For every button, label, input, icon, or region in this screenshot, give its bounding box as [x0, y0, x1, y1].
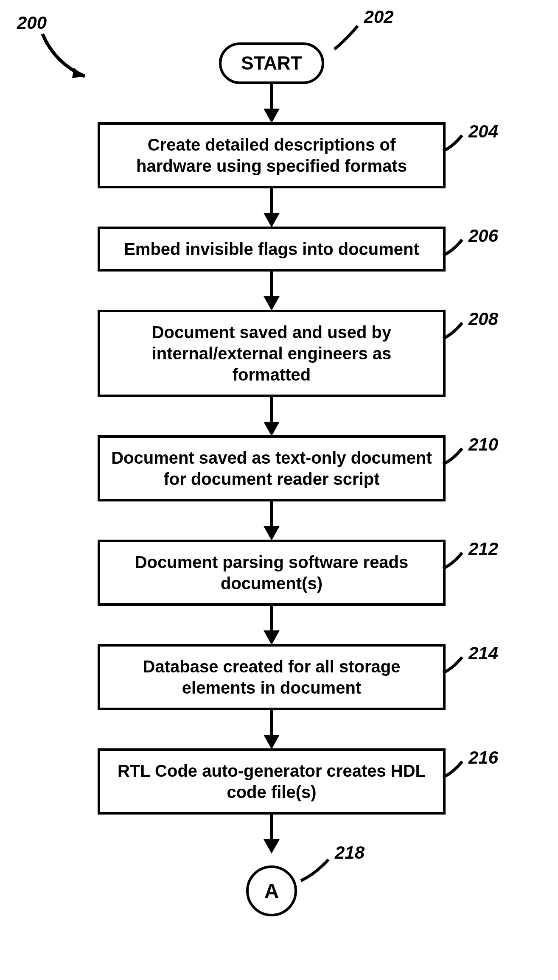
process-216-text: RTL Code auto-generator creates HDL code…: [118, 762, 426, 801]
ref-202: 202: [364, 7, 394, 27]
ref-216: 216: [468, 747, 498, 769]
process-216: RTL Code auto-generator creates HDL code…: [98, 748, 446, 815]
leader-214: [441, 655, 466, 676]
leader-204: [441, 133, 466, 154]
ref-204: 204: [468, 120, 498, 143]
ref-212: 212: [468, 538, 498, 560]
start-terminator: START 202: [219, 42, 324, 84]
process-208-text: Document saved and used by internal/exte…: [152, 323, 392, 384]
process-204: Create detailed descriptions of hardware…: [98, 122, 446, 188]
leader-202: [332, 24, 366, 53]
process-210: Document saved as text-only document for…: [98, 435, 446, 501]
process-214-text: Database created for all storage element…: [143, 657, 401, 697]
process-204-text: Create detailed descriptions of hardware…: [136, 135, 407, 175]
ref-206: 206: [468, 225, 498, 247]
process-212: Document parsing software reads document…: [98, 540, 446, 606]
process-206-text: Embed invisible flags into document: [124, 240, 419, 258]
process-214: Database created for all storage element…: [98, 644, 446, 710]
ref-214: 214: [468, 642, 498, 665]
flowchart-container: START 202 Create detailed descriptions o…: [76, 42, 467, 916]
leader-212: [441, 551, 466, 572]
start-label: START: [241, 53, 302, 73]
process-208: Document saved and used by internal/exte…: [98, 310, 446, 397]
connector-a: A 218: [246, 865, 297, 916]
leader-218: [299, 857, 333, 885]
ref-208: 208: [468, 308, 498, 330]
ref-218: 218: [335, 843, 365, 863]
ref-210: 210: [468, 434, 498, 456]
leader-206: [441, 238, 466, 259]
process-210-text: Document saved as text-only document for…: [111, 448, 432, 488]
leader-208: [441, 321, 466, 342]
process-212-text: Document parsing software reads document…: [135, 553, 409, 593]
connector-label: A: [264, 879, 279, 903]
leader-210: [441, 446, 466, 468]
leader-216: [441, 759, 466, 781]
figure-reference: 200: [17, 13, 47, 33]
process-206: Embed invisible flags into document 206: [98, 227, 446, 272]
